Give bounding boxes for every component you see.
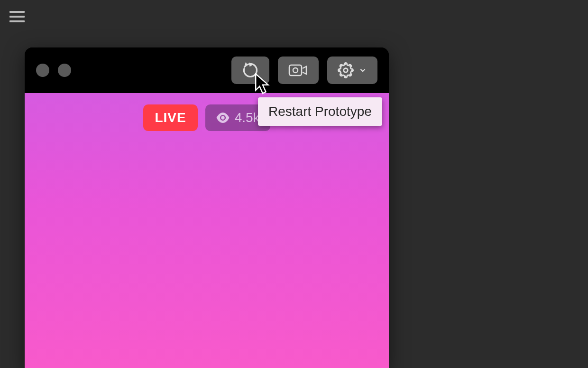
svg-marker-0: [249, 63, 253, 67]
svg-point-2: [293, 68, 298, 73]
restart-prototype-button[interactable]: [231, 57, 269, 84]
record-button[interactable]: [278, 57, 319, 84]
settings-button[interactable]: [327, 57, 377, 84]
prototype-canvas: LIVE 4.5k: [25, 93, 389, 368]
app-topbar: [0, 0, 588, 33]
window-traffic-lights: [36, 64, 71, 77]
gear-icon: [338, 62, 354, 78]
restart-icon: [242, 62, 259, 79]
svg-point-3: [344, 68, 348, 73]
preview-toolbar: [231, 57, 377, 84]
hamburger-icon: [9, 11, 25, 13]
camera-icon: [288, 63, 308, 77]
hamburger-menu-button[interactable]: [9, 11, 25, 22]
prototype-preview-window: LIVE 4.5k: [25, 47, 389, 368]
window-close-dot[interactable]: [36, 64, 49, 77]
window-titlebar: [25, 47, 389, 93]
window-minimize-dot[interactable]: [58, 64, 71, 77]
chevron-down-icon: [358, 66, 367, 75]
eye-icon: [216, 113, 230, 123]
svg-rect-1: [289, 65, 302, 75]
viewer-count-text: 4.5k: [235, 110, 260, 125]
live-badge: LIVE: [143, 104, 197, 131]
restart-tooltip: Restart Prototype: [258, 97, 382, 126]
svg-point-4: [221, 116, 224, 119]
